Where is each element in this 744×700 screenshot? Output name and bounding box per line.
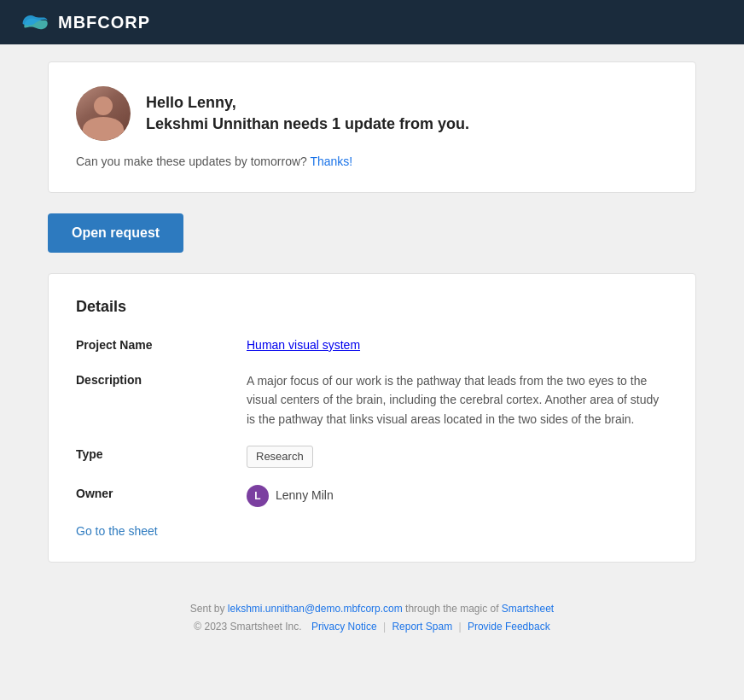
- owner-avatar: L: [247, 485, 269, 507]
- footer-sep-2: |: [383, 621, 388, 633]
- greeting-subtitle: Lekshmi Unnithan needs 1 update from you…: [146, 115, 469, 133]
- details-title: Details: [76, 298, 668, 316]
- footer-provide-feedback-link[interactable]: Provide Feedback: [468, 621, 550, 633]
- thanks-link[interactable]: Thanks!: [310, 155, 352, 168]
- description-value: A major focus of our work is the pathway…: [247, 371, 668, 429]
- owner-name: Lenny Miln: [276, 487, 334, 505]
- description-row: Description A major focus of our work is…: [76, 371, 668, 429]
- project-name-link[interactable]: Human visual system: [247, 338, 360, 352]
- greeting-top: Hello Lenny, Lekshmi Unnithan needs 1 up…: [76, 86, 668, 141]
- footer-sent-suffix: through the magic of: [403, 603, 502, 615]
- footer-privacy-link[interactable]: Privacy Notice: [311, 621, 377, 633]
- footer-smartsheet-link[interactable]: Smartsheet: [502, 603, 554, 615]
- main-content: Hello Lenny, Lekshmi Unnithan needs 1 up…: [48, 44, 696, 580]
- owner-row: Owner L Lenny Miln: [76, 485, 668, 507]
- type-value: Research: [247, 446, 668, 468]
- greeting-card: Hello Lenny, Lekshmi Unnithan needs 1 up…: [48, 61, 696, 193]
- footer-sender-email[interactable]: lekshmi.unnithan@demo.mbfcorp.com: [228, 603, 403, 615]
- logo-container: MBFCORP: [20, 12, 150, 32]
- logo-text: MBFCORP: [58, 13, 150, 32]
- greeting-sub-prefix: Can you make these updates by tomorrow?: [76, 155, 310, 168]
- footer-sent-by: Sent by lekshmi.unnithan@demo.mbfcorp.co…: [14, 600, 730, 619]
- greeting-sub-message: Can you make these updates by tomorrow? …: [76, 155, 668, 168]
- footer-sent-prefix: Sent by: [190, 603, 228, 615]
- footer-report-spam-link[interactable]: Report Spam: [392, 621, 452, 633]
- type-badge: Research: [247, 446, 313, 468]
- project-name-value: Human visual system: [247, 336, 668, 354]
- description-label: Description: [76, 371, 247, 387]
- footer-sep-3: |: [458, 621, 463, 633]
- owner-info: L Lenny Miln: [247, 485, 668, 507]
- mbfcorp-logo-icon: [20, 12, 51, 32]
- owner-value: L Lenny Miln: [247, 485, 668, 507]
- owner-label: Owner: [76, 485, 247, 500]
- type-label: Type: [76, 446, 247, 461]
- project-name-row: Project Name Human visual system: [76, 336, 668, 354]
- go-to-sheet-link[interactable]: Go to the sheet: [76, 524, 668, 538]
- project-name-label: Project Name: [76, 336, 247, 352]
- footer: Sent by lekshmi.unnithan@demo.mbfcorp.co…: [0, 580, 744, 657]
- avatar: [76, 86, 131, 141]
- greeting-hello: Hello Lenny,: [146, 94, 469, 112]
- footer-copyright-row: © 2023 Smartsheet Inc. Privacy Notice | …: [14, 618, 730, 637]
- open-request-button[interactable]: Open request: [48, 213, 183, 253]
- greeting-text: Hello Lenny, Lekshmi Unnithan needs 1 up…: [146, 94, 469, 133]
- details-section: Details Project Name Human visual system…: [48, 273, 696, 563]
- footer-copyright: © 2023 Smartsheet Inc.: [194, 621, 301, 633]
- type-row: Type Research: [76, 446, 668, 468]
- avatar-image: [76, 86, 131, 141]
- app-header: MBFCORP: [0, 0, 744, 44]
